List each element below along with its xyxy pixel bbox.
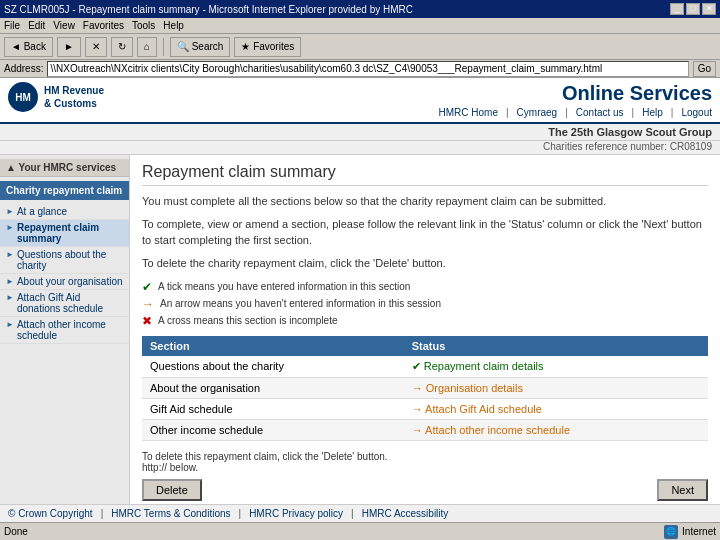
cell-section-1: About the organisation [142, 377, 404, 398]
button-row: Delete Next [142, 479, 708, 501]
sidebar-item-giftaid[interactable]: ► Attach Gift Aid donations schedule [0, 290, 129, 317]
cell-status-0[interactable]: ✔ Repayment claim details [404, 356, 708, 378]
table-row: Other income schedule→ Attach other inco… [142, 419, 708, 440]
footer-copyright[interactable]: © Crown Copyright [8, 508, 93, 519]
sidebar-arrow-giftaid: ► [6, 293, 14, 302]
sidebar-label-summary: Repayment claim summary [17, 222, 123, 244]
col-section-header: Section [142, 336, 404, 356]
search-button[interactable]: 🔍 Search [170, 37, 230, 57]
footer-terms[interactable]: HMRC Terms & Conditions [111, 508, 230, 519]
zone-icon: 🌐 [664, 525, 678, 539]
org-name: The 25th Glasgow Scout Group [0, 124, 720, 141]
window-title: SZ CLMR005J - Repayment claim summary - … [4, 4, 413, 15]
sidebar-item-about[interactable]: ► About your organisation [0, 274, 129, 290]
menu-bar: File Edit View Favorites Tools Help [0, 18, 720, 34]
address-bar: Address: Go [0, 60, 720, 78]
sidebar-label-about: About your organisation [17, 276, 123, 287]
status-text: Done [4, 526, 28, 537]
menu-favorites[interactable]: Favorites [83, 20, 124, 31]
cell-status-2[interactable]: → Attach Gift Aid schedule [404, 398, 708, 419]
page-wrapper: HM HM Revenue & Customs Online Services … [0, 78, 720, 522]
page-footer: © Crown Copyright | HMRC Terms & Conditi… [0, 504, 720, 522]
toolbar: ◄ Back ► ✕ ↻ ⌂ 🔍 Search ★ Favorites [0, 34, 720, 60]
sidebar-item-summary[interactable]: ► Repayment claim summary [0, 220, 129, 247]
cell-section-2: Gift Aid schedule [142, 398, 404, 419]
hmrc-logo: HM HM Revenue & Customs [8, 82, 104, 112]
favorites-button[interactable]: ★ Favorites [234, 37, 301, 57]
sidebar-arrow-summary: ► [6, 223, 14, 232]
address-label: Address: [4, 63, 43, 74]
cell-section-3: Other income schedule [142, 419, 404, 440]
sidebar-arrow-income: ► [6, 320, 14, 329]
nav-logout[interactable]: Logout [681, 107, 712, 118]
sidebar-arrow-about: ► [6, 277, 14, 286]
menu-help[interactable]: Help [163, 20, 184, 31]
online-services-title: Online Services [439, 82, 712, 105]
cell-section-0: Questions about the charity [142, 356, 404, 378]
home-button[interactable]: ⌂ [137, 37, 157, 57]
logo-icon: HM [8, 82, 38, 112]
next-button[interactable]: Next [657, 479, 708, 501]
title-bar: SZ CLMR005J - Repayment claim summary - … [0, 0, 720, 18]
status-right: 🌐 Internet [664, 525, 716, 539]
menu-file[interactable]: File [4, 20, 20, 31]
legend: ✔ A tick means you have entered informat… [142, 280, 708, 328]
forward-button[interactable]: ► [57, 37, 81, 57]
maximize-button[interactable]: □ [686, 3, 700, 15]
footer-accessibility[interactable]: HMRC Accessibility [362, 508, 449, 519]
legend-item-cross: ✖ A cross means this section is incomple… [142, 314, 708, 328]
sidebar-label-glance: At a glance [17, 206, 67, 217]
menu-tools[interactable]: Tools [132, 20, 155, 31]
summary-table: Section Status Questions about the chari… [142, 336, 708, 441]
arrow-icon: → [142, 297, 154, 311]
status-link-0[interactable]: ✔ Repayment claim details [412, 360, 544, 372]
header-nav: HMRC Home | Cymraeg | Contact us | Help … [439, 107, 712, 118]
minimize-button[interactable]: _ [670, 3, 684, 15]
nav-contact-us[interactable]: Contact us [576, 107, 624, 118]
menu-edit[interactable]: Edit [28, 20, 45, 31]
header-right: Online Services HMRC Home | Cymraeg | Co… [439, 82, 712, 118]
sidebar-arrow-glance: ► [6, 207, 14, 216]
table-row: About the organisation→ Organisation det… [142, 377, 708, 398]
logo-abbr: HM [15, 92, 31, 103]
intro-text-1: You must complete all the sections below… [142, 194, 708, 209]
sidebar-section-title[interactable]: Charity repayment claim [0, 181, 129, 200]
nav-cymraeg[interactable]: Cymraeg [517, 107, 558, 118]
zone-text: Internet [682, 526, 716, 537]
status-link-2[interactable]: → Attach Gift Aid schedule [412, 403, 542, 415]
status-bar: Done 🌐 Internet [0, 522, 720, 540]
sidebar-arrow-questions: ► [6, 250, 14, 259]
cell-status-1[interactable]: → Organisation details [404, 377, 708, 398]
stop-button[interactable]: ✕ [85, 37, 107, 57]
legend-item-tick: ✔ A tick means you have entered informat… [142, 280, 708, 294]
address-input[interactable] [47, 61, 688, 77]
page-title: Repayment claim summary [142, 163, 708, 186]
close-button[interactable]: ✕ [702, 3, 716, 15]
footer-privacy[interactable]: HMRC Privacy policy [249, 508, 343, 519]
legend-arrow-text: An arrow means you haven't entered infor… [160, 298, 441, 309]
refresh-button[interactable]: ↻ [111, 37, 133, 57]
menu-view[interactable]: View [53, 20, 75, 31]
sidebar: ▲ Your HMRC services Charity repayment c… [0, 155, 130, 504]
sidebar-label-questions: Questions about the charity [17, 249, 123, 271]
sidebar-item-glance[interactable]: ► At a glance [0, 204, 129, 220]
sidebar-item-questions[interactable]: ► Questions about the charity [0, 247, 129, 274]
sidebar-header[interactable]: ▲ Your HMRC services [0, 159, 129, 177]
intro-text-2: To complete, view or amend a section, pl… [142, 217, 708, 248]
delete-button[interactable]: Delete [142, 479, 202, 501]
table-row: Gift Aid schedule→ Attach Gift Aid sched… [142, 398, 708, 419]
status-link-3[interactable]: → Attach other income schedule [412, 424, 570, 436]
tick-icon: ✔ [142, 280, 152, 294]
cell-status-3[interactable]: → Attach other income schedule [404, 419, 708, 440]
main-content: Repayment claim summary You must complet… [130, 155, 720, 504]
separator [163, 38, 164, 56]
status-link-1[interactable]: → Organisation details [412, 382, 523, 394]
nav-hmrc-home[interactable]: HMRC Home [439, 107, 498, 118]
logo-text: HM Revenue & Customs [44, 84, 104, 110]
delete-section: To delete this repayment claim, click th… [142, 451, 708, 473]
page-header: HM HM Revenue & Customs Online Services … [0, 78, 720, 124]
go-button[interactable]: Go [693, 61, 716, 77]
back-button[interactable]: ◄ Back [4, 37, 53, 57]
sidebar-item-income[interactable]: ► Attach other income schedule [0, 317, 129, 344]
nav-help[interactable]: Help [642, 107, 663, 118]
